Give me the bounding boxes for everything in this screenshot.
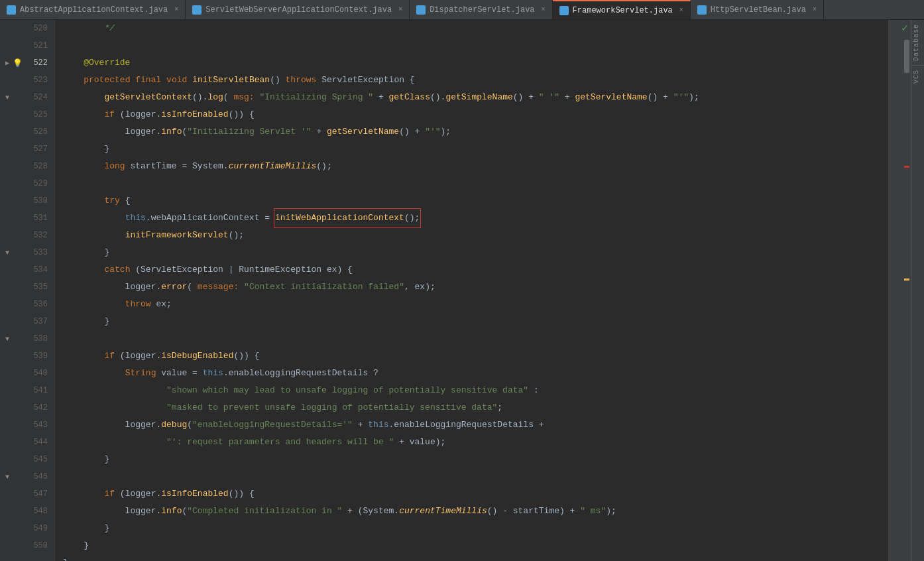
warning-marker <box>904 279 909 280</box>
line-num-548: 548 <box>29 507 52 516</box>
code-token: ); <box>441 123 451 141</box>
code-token: "': request parameters and headers will … <box>166 434 394 451</box>
tab-dispatcher-servlet[interactable]: DispatcherServlet.java × <box>410 0 552 19</box>
code-line-529: try { <box>55 192 888 210</box>
code-token: (). <box>430 89 445 106</box>
code-line-549: } <box>55 537 888 554</box>
code-token <box>63 347 104 365</box>
gutter-row-550: 550 <box>0 537 54 554</box>
vcs-label[interactable]: VCS <box>911 66 924 88</box>
code-line-525: logger.info("Initializing Servlet '" + g… <box>55 123 888 141</box>
line-num-541: 541 <box>29 386 52 395</box>
tab-close-icon[interactable]: × <box>542 6 546 13</box>
code-token: ); <box>689 89 699 106</box>
fold-arrow-533[interactable]: ▼ <box>3 248 12 257</box>
code-token: logger. <box>63 416 161 434</box>
code-token: @Override <box>63 54 130 72</box>
tab-abstract-application-context[interactable]: AbstractApplicationContext.java × <box>0 0 186 19</box>
tab-http-servlet-bean[interactable]: HttpServletBean.java × <box>691 0 824 19</box>
tab-servlet-web-server-application-context[interactable]: ServletWebServerApplicationContext.java … <box>186 0 410 19</box>
right-scrollbar-area[interactable]: ✓ <box>888 20 911 561</box>
code-token: initServletBean <box>192 72 270 89</box>
gutter-row-524: ▼ 524 <box>0 89 54 106</box>
code-line-520: */ <box>55 20 888 37</box>
code-token <box>63 72 84 89</box>
tab-close-icon[interactable]: × <box>813 6 817 13</box>
line-num-540: 540 <box>29 369 52 378</box>
editor-area: 520 521 ▶ 💡 522 523 ▼ 524 <box>0 20 924 561</box>
code-token: if <box>104 347 115 365</box>
code-token: + <box>559 89 575 106</box>
java-file-icon <box>559 6 569 15</box>
code-token: (). <box>192 89 207 106</box>
code-token: catch <box>104 261 130 279</box>
code-token: () <box>270 72 285 89</box>
code-token: getServletName <box>327 123 399 141</box>
code-token: (logger. <box>115 347 161 365</box>
line-num-532: 532 <box>29 231 52 240</box>
code-line-539: String value = this.enableLoggingRequest… <box>55 365 888 382</box>
tab-framework-servlet[interactable]: FrameworkServlet.java × <box>553 0 691 19</box>
gutter-row-536: 536 <box>0 296 54 313</box>
code-token: (logger. <box>115 485 161 503</box>
code-token: currentTimeMillis <box>399 503 487 520</box>
code-token: "enableLoggingRequestDetails='" <box>192 416 353 434</box>
gutter-row-548: 548 <box>0 503 54 520</box>
code-token: isDebugEnabled <box>161 347 233 365</box>
code-token: } <box>63 313 109 330</box>
highlighted-method-call: initWebApplicationContext(); <box>275 210 420 227</box>
tab-close-icon[interactable]: × <box>679 7 683 14</box>
code-content[interactable]: */ @Override protected final void initSe… <box>55 20 888 561</box>
vertical-labels-bar: Database VCS <box>911 20 924 561</box>
code-token: } <box>63 141 109 158</box>
gutter-row-531: 531 <box>0 210 54 227</box>
code-token: ); <box>606 503 616 520</box>
tab-close-icon[interactable]: × <box>174 6 178 13</box>
code-token: .webApplicationContext = <box>146 210 275 227</box>
gutter-row-547: 547 <box>0 485 54 503</box>
code-token: (logger. <box>115 106 161 123</box>
gutter-row-539: 539 <box>0 347 54 365</box>
scrollbar-thumb[interactable] <box>904 40 909 73</box>
code-line-524: if (logger.isInfoEnabled()) { <box>55 106 888 123</box>
database-label[interactable]: Database <box>911 20 924 65</box>
fold-arrow-524[interactable]: ▼ <box>3 93 12 102</box>
code-token: try <box>104 192 119 210</box>
code-token: info <box>161 503 182 520</box>
code-line-545 <box>55 468 888 485</box>
code-token: isInfoEnabled <box>161 485 228 503</box>
bulb-icon[interactable]: 💡 <box>13 58 22 68</box>
code-token: () + <box>399 123 425 141</box>
fold-arrow-546[interactable]: ▼ <box>3 472 12 481</box>
code-line-528 <box>55 175 888 192</box>
tab-label: DispatcherServlet.java <box>430 5 534 15</box>
gutter-icons-533: ▼ <box>3 248 28 257</box>
code-token: */ <box>63 20 115 37</box>
gutter-icons-546: ▼ <box>3 472 28 481</box>
run-icon[interactable]: ▶ <box>3 58 12 68</box>
code-token <box>63 434 166 451</box>
code-token <box>63 89 104 106</box>
code-token: message: <box>198 279 239 296</box>
code-token <box>63 158 104 175</box>
code-line-546: if (logger.isInfoEnabled()) { <box>55 485 888 503</box>
gutter-row-549: 549 <box>0 520 54 537</box>
gutter-icons-522: ▶ 💡 <box>3 58 28 68</box>
fold-arrow-538[interactable]: ▼ <box>3 334 12 343</box>
code-line-544: } <box>55 451 888 468</box>
code-token: + <box>353 416 368 434</box>
code-line-542: logger.debug("enableLoggingRequestDetail… <box>55 416 888 434</box>
line-num-549: 549 <box>29 524 52 533</box>
gutter-row-533: ▼ 533 <box>0 244 54 261</box>
code-token: ( <box>223 89 234 106</box>
gutter-row-529: 529 <box>0 175 54 192</box>
code-token: } <box>63 520 109 537</box>
line-num-530: 530 <box>29 196 52 206</box>
code-token: (); <box>404 213 420 223</box>
code-token: ( <box>187 416 192 434</box>
code-token <box>63 227 125 244</box>
code-token: long <box>104 158 125 175</box>
code-token: } <box>63 451 109 468</box>
tab-close-icon[interactable]: × <box>398 6 402 13</box>
code-token <box>130 72 135 89</box>
